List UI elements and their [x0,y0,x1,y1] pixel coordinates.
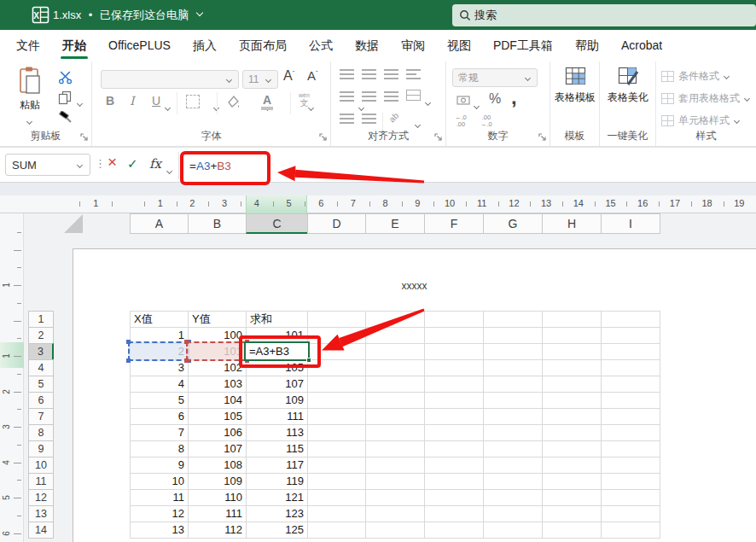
cell-A1[interactable]: X值 [131,312,189,328]
cancel-button[interactable]: × [108,153,117,172]
cell-F8[interactable] [425,425,484,441]
cell-I13[interactable] [602,506,660,522]
tab-文件[interactable]: 文件 [5,30,51,61]
styles-item-单元格样式[interactable]: 单元格样式 [661,113,755,128]
increase-decimal-button[interactable]: ←.0 .00 [455,114,467,128]
tab-审阅[interactable]: 审阅 [390,30,436,61]
excel-app-icon[interactable]: X [32,6,49,24]
cell-H1[interactable] [543,312,602,328]
cell-C8[interactable]: 113 [247,425,308,441]
row-header-3[interactable]: 3 [28,343,54,360]
cell-A10[interactable]: 9 [131,457,189,474]
cell-B5[interactable]: 103 [189,376,247,393]
cell-I2[interactable] [602,328,660,344]
cell-C5[interactable]: 107 [247,376,308,393]
cell-B10[interactable]: 108 [189,457,247,474]
cell-D9[interactable] [308,441,366,457]
row-header-14[interactable]: 14 [28,522,54,539]
cell-I9[interactable] [602,441,660,457]
cell-E11[interactable] [366,474,425,490]
font-color-button[interactable]: A [261,93,273,110]
align-top-button[interactable] [340,69,354,79]
cell-C12[interactable]: 121 [247,490,308,506]
row-header-5[interactable]: 5 [28,376,54,393]
align-middle-button[interactable] [362,69,376,79]
cell-I12[interactable] [602,490,660,506]
tab-PDF工具箱[interactable]: PDF工具箱 [482,30,564,61]
cell-F10[interactable] [425,457,484,474]
cell-B9[interactable]: 107 [189,441,247,457]
cell-I8[interactable] [602,425,660,441]
align-right-button[interactable] [384,91,398,102]
cell-E4[interactable] [366,360,425,376]
cell-B4[interactable]: 102 [189,360,247,376]
cell-E2[interactable] [366,328,425,344]
cell-H2[interactable] [543,328,602,344]
tab-页面布局[interactable]: 页面布局 [228,30,298,61]
cell-G1[interactable] [484,312,543,328]
copy-button[interactable] [58,90,72,105]
tab-数据[interactable]: 数据 [344,30,390,61]
grow-font-button[interactable]: Aˆ [283,68,294,84]
copy-dropdown-icon[interactable] [77,101,84,107]
name-box-resizer[interactable]: ⋮ [95,157,106,170]
orientation-dropdown-icon[interactable] [415,122,422,128]
cell-G4[interactable] [484,360,543,376]
name-box[interactable]: SUM [5,154,90,176]
cell-C6[interactable]: 109 [247,393,308,409]
selection-handle[interactable] [126,358,131,363]
align-center-button[interactable] [362,91,376,102]
cell-B8[interactable]: 106 [189,425,247,441]
cell-I7[interactable] [602,409,660,425]
bold-button[interactable]: B [106,94,114,108]
row-header-9[interactable]: 9 [28,440,54,457]
cell-A7[interactable]: 6 [131,409,189,425]
selection-handle[interactable] [126,340,131,344]
cell-I11[interactable] [602,474,660,490]
cell-F7[interactable] [425,409,484,425]
cell-C7[interactable]: 111 [247,409,308,425]
paste-button[interactable]: 粘贴 [9,66,51,127]
cell-A11[interactable]: 10 [131,474,189,490]
selection-handle[interactable] [184,358,189,363]
cell-B14[interactable]: 112 [189,522,247,539]
tab-视图[interactable]: 视图 [436,30,482,61]
cell-A12[interactable]: 11 [131,490,189,506]
horizontal-ruler[interactable]: 112345678910111213141516171819 [0,195,756,213]
cell-D7[interactable] [308,409,366,425]
cell-F9[interactable] [425,441,484,457]
cell-B13[interactable]: 111 [189,506,247,522]
cell-H4[interactable] [543,360,602,376]
cell-C14[interactable]: 125 [247,522,308,539]
row-header-8[interactable]: 8 [28,424,54,441]
vertical-ruler[interactable]: 1123456 [0,213,24,542]
tab-OfficePLUS[interactable]: OfficePLUS [97,30,182,61]
cell-H14[interactable] [543,522,602,539]
tab-开始[interactable]: 开始 [51,30,97,61]
accounting-dropdown-icon[interactable] [474,103,480,109]
cell-H8[interactable] [543,425,602,441]
page-header-text[interactable]: xxxxx [73,280,756,292]
cell-E13[interactable] [366,506,425,522]
tab-公式[interactable]: 公式 [298,30,344,61]
cut-button[interactable] [58,70,73,85]
cell-F14[interactable] [425,522,484,539]
cell-E3[interactable] [366,344,425,360]
underline-dropdown-icon[interactable] [165,105,172,111]
cell-G9[interactable] [484,441,543,457]
cell-B1[interactable]: Y值 [189,312,247,328]
cell-G3[interactable] [484,344,543,360]
cell-I3[interactable] [602,344,660,360]
cell-H13[interactable] [543,506,602,522]
enter-button[interactable]: ✓ [127,156,138,172]
cell-B11[interactable]: 109 [189,474,247,490]
selected-cell-b3[interactable] [186,341,247,361]
cell-E1[interactable] [366,312,425,328]
percent-style-button[interactable]: % [489,91,501,107]
cell-C4[interactable]: 105 [247,360,308,376]
increase-indent-button[interactable] [362,114,376,124]
selection-handle[interactable] [184,340,189,344]
cell-A9[interactable]: 8 [131,441,189,457]
column-header-B[interactable]: B [188,213,247,234]
cell-A5[interactable]: 4 [131,376,189,393]
